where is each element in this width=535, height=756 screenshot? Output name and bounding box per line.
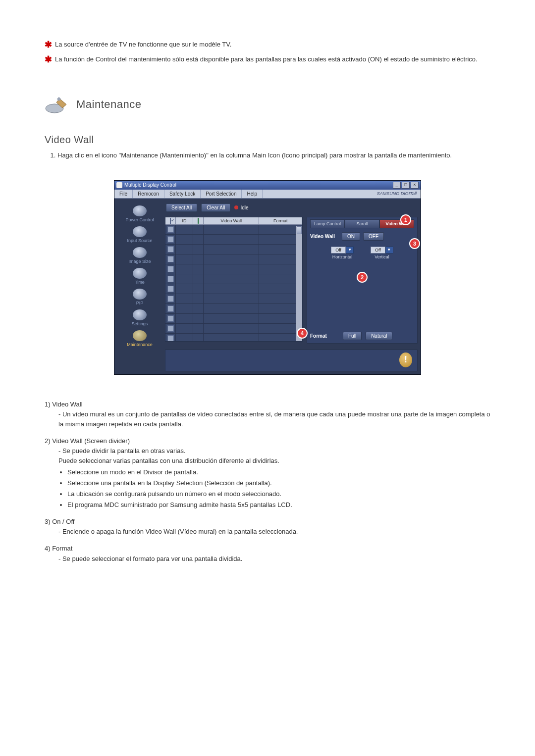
- row-id: [176, 264, 193, 274]
- desc-4-text: - Se puede seleccionar el formato para v…: [45, 554, 490, 564]
- row-status: [193, 235, 204, 244]
- desc-2-text-2: Puede seleccionar varias pantallas con u…: [45, 456, 490, 466]
- sidebar-item-label: Input Source: [127, 238, 152, 243]
- tab-scroll[interactable]: Scroll: [345, 219, 379, 228]
- chevron-down-icon: ▾: [385, 247, 393, 253]
- control-tabs: Lamp Control Scroll Video Wall: [310, 219, 414, 228]
- table-row[interactable]: [165, 284, 302, 294]
- video-wall-on-button[interactable]: ON: [342, 232, 360, 241]
- desc-2-text-1: - Se puede dividir la pantalla en otras …: [45, 446, 490, 456]
- col-format[interactable]: Format: [259, 217, 302, 224]
- close-button[interactable]: ×: [411, 182, 419, 189]
- video-wall-off-button[interactable]: OFF: [363, 232, 384, 241]
- row-id: [176, 284, 193, 294]
- table-row[interactable]: [165, 314, 302, 324]
- row-video-wall: [204, 225, 259, 234]
- star-icon: ✱: [45, 40, 52, 50]
- note-1-text: La source d'entrée de TV ne fonctionne q…: [55, 40, 231, 50]
- row-id: [176, 225, 193, 234]
- status-led-icon: [234, 205, 238, 209]
- row-checkbox[interactable]: [165, 235, 176, 244]
- row-status: [193, 254, 204, 264]
- menu-file[interactable]: File: [114, 190, 133, 198]
- row-id: [176, 324, 193, 333]
- brand-logo: SAMSUNG DIGITall: [373, 190, 421, 198]
- row-checkbox[interactable]: [165, 334, 176, 342]
- horizontal-dropdown[interactable]: Off ▾: [331, 247, 354, 253]
- format-natural-button[interactable]: Natural: [366, 332, 392, 340]
- desc-4-head: 4) Format: [45, 544, 490, 554]
- menu-help[interactable]: Help: [242, 190, 263, 198]
- app-icon: [116, 182, 122, 188]
- table-row[interactable]: [165, 324, 302, 334]
- table-row[interactable]: [165, 264, 302, 274]
- time-icon: [133, 268, 147, 279]
- vertical-dropdown[interactable]: Off ▾: [371, 247, 393, 253]
- menu-port-selection[interactable]: Port Selection: [201, 190, 242, 198]
- table-row[interactable]: [165, 235, 302, 245]
- format-full-button[interactable]: Full: [343, 332, 362, 340]
- row-checkbox[interactable]: [165, 314, 176, 323]
- sidebar-item-image-size[interactable]: Image Size: [120, 246, 160, 266]
- row-status: [193, 314, 204, 323]
- desc-2-bullet: Seleccione un modo en el Divisor de pant…: [67, 467, 490, 477]
- table-row[interactable]: [165, 225, 302, 235]
- row-status: [193, 264, 204, 274]
- table-row[interactable]: [165, 304, 302, 314]
- table-row[interactable]: [165, 245, 302, 254]
- row-status: [193, 334, 204, 342]
- sidebar-item-label: PIP: [136, 301, 144, 305]
- sidebar-item-label: Settings: [132, 321, 148, 326]
- row-video-wall: [204, 304, 259, 313]
- row-checkbox[interactable]: [165, 274, 176, 284]
- row-id: [176, 274, 193, 284]
- desc-3-head: 3) On / Off: [45, 517, 490, 527]
- note-2-text: La función de Control del mantenimiento …: [55, 54, 478, 64]
- chevron-down-icon: ▾: [346, 247, 354, 253]
- tab-lamp-control[interactable]: Lamp Control: [310, 219, 345, 228]
- desc-2-bullet: El programa MDC suministrado por Samsung…: [67, 500, 490, 510]
- warning-icon: !: [399, 353, 412, 367]
- sidebar-item-label: Maintenance: [127, 342, 153, 347]
- row-checkbox[interactable]: [165, 284, 176, 294]
- table-row[interactable]: [165, 294, 302, 304]
- sidebar-item-maintenance[interactable]: Maintenance: [120, 329, 160, 349]
- grid-scrollbar[interactable]: [296, 226, 302, 341]
- select-all-button[interactable]: Select All: [166, 203, 197, 212]
- row-checkbox[interactable]: [165, 264, 176, 274]
- note-1: ✱ La source d'entrée de TV ne fonctionne…: [45, 40, 490, 50]
- col-status[interactable]: [193, 217, 204, 224]
- col-checkbox[interactable]: [165, 217, 176, 224]
- row-video-wall: [204, 284, 259, 294]
- sidebar-item-settings[interactable]: Settings: [120, 308, 160, 328]
- table-row[interactable]: [165, 254, 302, 264]
- row-video-wall: [204, 274, 259, 284]
- desc-1-head: 1) Video Wall: [45, 400, 490, 409]
- sidebar-item-pip[interactable]: PIP: [120, 288, 160, 307]
- sidebar-item-input-source[interactable]: Input Source: [120, 225, 160, 245]
- row-id: [176, 314, 193, 323]
- desc-2-head: 2) Video Wall (Screen divider): [45, 436, 490, 446]
- table-row[interactable]: [165, 334, 302, 342]
- clear-all-button[interactable]: Clear All: [201, 203, 230, 212]
- row-video-wall: [204, 334, 259, 342]
- vertical-caption: Vertical: [371, 254, 393, 259]
- scrollbar-thumb[interactable]: [297, 226, 302, 234]
- row-checkbox[interactable]: [165, 225, 176, 234]
- row-checkbox[interactable]: [165, 245, 176, 254]
- col-video-wall[interactable]: Video Wall: [204, 217, 259, 224]
- sidebar-item-time[interactable]: Time: [120, 267, 160, 287]
- maximize-button[interactable]: □: [402, 182, 410, 189]
- row-checkbox[interactable]: [165, 324, 176, 333]
- row-checkbox[interactable]: [165, 254, 176, 264]
- table-row[interactable]: [165, 274, 302, 284]
- sidebar-item-power-control[interactable]: Power Control: [120, 204, 160, 224]
- settings-icon: [133, 309, 147, 320]
- minimize-button[interactable]: _: [393, 182, 401, 189]
- row-checkbox[interactable]: [165, 304, 176, 313]
- menu-remocon[interactable]: Remocon: [133, 190, 164, 198]
- row-checkbox[interactable]: [165, 294, 176, 303]
- row-video-wall: [204, 314, 259, 323]
- col-id[interactable]: ID: [176, 217, 193, 224]
- menu-safety-lock[interactable]: Safety Lock: [164, 190, 201, 198]
